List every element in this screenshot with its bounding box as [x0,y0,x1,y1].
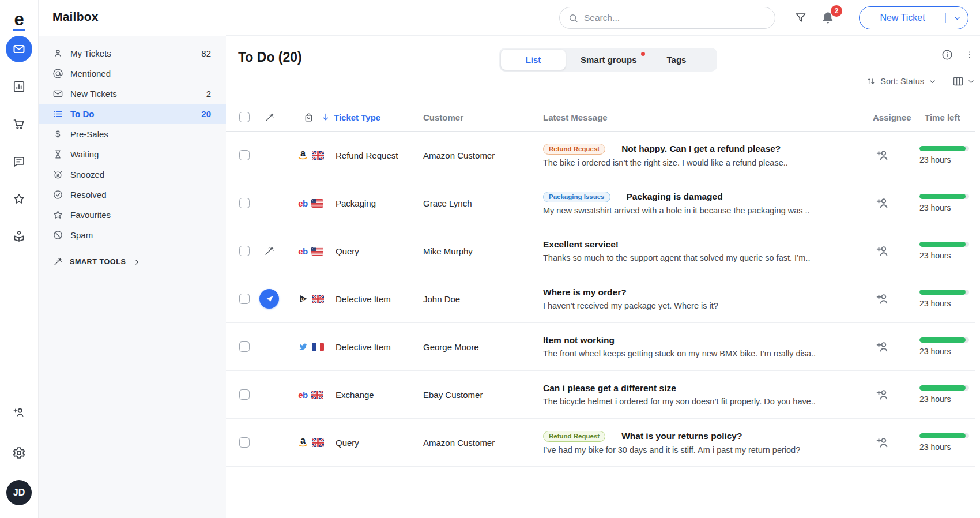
channel-and-flag: eb [284,246,338,256]
assign-agent-button[interactable] [875,339,890,354]
sidebar-item-pre-sales[interactable]: Pre-Sales [39,124,226,144]
message-preview: My new sweatshirt arrived with a hole in… [543,206,810,215]
ebay-channel-icon: eb [298,246,308,256]
row-checkbox[interactable] [239,389,250,400]
sidebar-item-to-do[interactable]: To Do20 [39,104,226,124]
smart-tools-button[interactable]: SMART TOOLS [39,253,226,271]
rail-star-button[interactable] [6,186,32,212]
column-assignee[interactable]: Assignee [873,112,909,122]
assign-agent-button[interactable] [875,196,890,211]
customer-name: Amazon Customer [423,438,543,448]
todo-list-icon [52,108,63,119]
column-customer[interactable]: Customer [423,112,543,122]
wand-icon[interactable] [263,245,275,257]
sidebar-item-favourites[interactable]: Favourites [39,205,226,225]
assign-agent-button[interactable] [875,148,890,163]
sort-icon [866,76,876,87]
add-user-icon [875,243,890,258]
info-button[interactable] [941,48,953,61]
rail-analytics-button[interactable] [6,73,32,100]
ticket-row[interactable]: aQueryAmazon CustomerRefund RequestWhat … [226,419,975,467]
message-preview: I haven’t received my package yet. Where… [543,301,718,310]
new-ticket-dropdown[interactable] [946,13,968,23]
sidebar-header: Mailbox [39,0,226,36]
row-checkbox[interactable] [239,341,250,352]
sort-dropdown[interactable]: Sort: Status [866,76,937,87]
row-checkbox[interactable] [239,198,250,208]
time-left-label: 23 hours [919,395,951,404]
tab-list[interactable]: List [501,50,566,70]
column-time-left[interactable]: Time left [900,112,975,122]
fr-flag-icon [312,343,324,351]
ticket-type: Defective Item [336,342,423,352]
rail-mail-button[interactable] [6,36,32,62]
select-all-checkbox[interactable] [239,112,250,122]
column-ticket-type[interactable]: Ticket Type [336,112,423,122]
check-circle-icon [52,189,63,200]
snooze-icon [52,169,63,180]
rail-cart-button[interactable] [6,111,32,137]
ticket-row[interactable]: Defective ItemGeorge MooreItem not worki… [226,323,975,371]
wand-column-icon[interactable] [264,112,275,123]
sidebar-item-new-tickets[interactable]: New Tickets2 [39,84,226,104]
row-checkbox[interactable] [239,294,250,304]
ticket-row[interactable]: ebQueryMike MurphyExcellent service!Than… [226,227,975,275]
ticket-row[interactable]: aRefund RequestAmazon CustomerRefund Req… [226,132,975,179]
more-options-button[interactable] [965,49,974,61]
chevron-right-icon [133,258,141,266]
sidebar-item-label: Snoozed [70,170,204,179]
rail-bottom-items: JD [6,399,32,518]
row-checkbox[interactable] [239,246,250,256]
block-icon [52,230,63,241]
rail-gear-button[interactable] [6,440,32,466]
assign-agent-button[interactable] [875,291,890,306]
filter-button[interactable] [794,11,808,25]
analytics-icon [12,80,26,93]
sla-progress-bar [919,433,969,438]
table-header: Ticket Type Customer Latest Message Assi… [226,103,975,132]
assign-agent-button[interactable] [875,435,890,450]
sidebar-item-label: Favourites [70,210,204,220]
sidebar-item-waiting[interactable]: Waiting [39,144,226,164]
sidebar-item-count: 2 [206,89,211,99]
rail-chat-button[interactable] [6,148,32,175]
sidebar: My Tickets82MentionedNew Tickets2To Do20… [39,36,226,518]
columns-dropdown[interactable] [952,75,975,88]
assign-agent-button[interactable] [875,243,890,258]
message-preview: Thanks so much to the support agent that… [543,253,810,262]
message-title: Not happy. Can I get a refund please? [621,144,781,154]
rail-add-user-button[interactable] [6,399,32,426]
sidebar-item-spam[interactable]: Spam [39,225,226,245]
ebay-channel-icon: eb [298,390,308,400]
time-left-label: 23 hours [919,155,951,164]
column-latest-message[interactable]: Latest Message [543,112,865,122]
sidebar-item-mentioned[interactable]: Mentioned [39,63,226,84]
edesk-logo[interactable]: e [13,6,25,36]
rail-handover-button[interactable] [6,223,32,250]
tab-smart-groups[interactable]: Smart groups [566,50,652,70]
sidebar-item-label: Resolved [70,190,204,200]
row-checkbox[interactable] [239,150,250,160]
sidebar-item-resolved[interactable]: Resolved [39,185,226,205]
sidebar-item-snoozed[interactable]: Snoozed [39,164,226,185]
sidebar-item-my-tickets[interactable]: My Tickets82 [39,43,226,63]
new-ticket-button[interactable]: New Ticket [859,6,968,29]
ticket-row[interactable]: ebExchangeEbay CustomerCan i please get … [226,371,975,419]
tab-tags[interactable]: Tags [652,50,702,70]
ticket-row[interactable]: ebPackagingGrace LynchPackaging IssuesPa… [226,179,975,227]
add-user-icon [875,196,890,211]
ticket-row[interactable]: BDefective ItemJohn DoeWhere is my order… [226,275,975,323]
search-bar[interactable] [559,7,775,29]
send-reply-button[interactable] [259,289,279,309]
rail-top-items [6,36,32,261]
time-left-label: 23 hours [919,347,951,356]
search-input[interactable] [584,13,767,23]
sidebar-item-label: New Tickets [70,89,199,99]
notifications-button[interactable]: 2 [820,10,835,26]
assign-agent-button[interactable] [875,387,890,402]
channel-column-icon[interactable] [303,112,314,123]
user-avatar[interactable]: JD [6,480,32,505]
notification-dot [641,52,645,56]
sidebar-item-label: To Do [70,109,194,119]
row-checkbox[interactable] [239,437,250,448]
